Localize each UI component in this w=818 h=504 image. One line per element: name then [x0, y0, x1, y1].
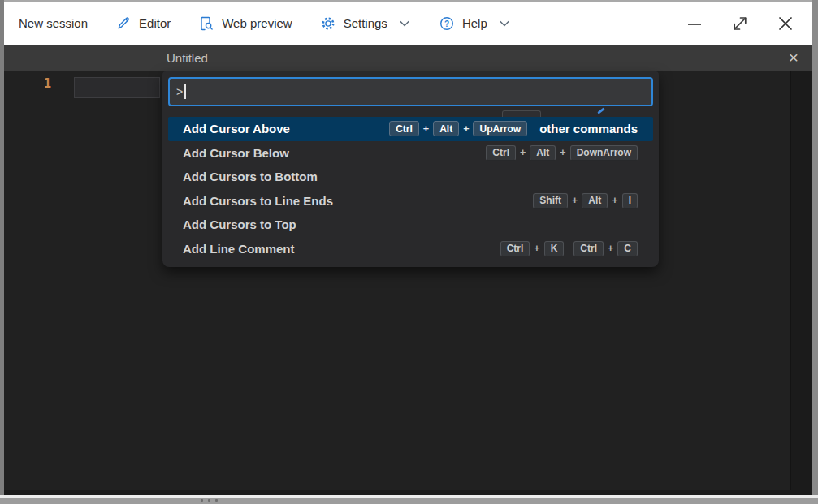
keybinding-group: Ctrl+KCtrl+C [500, 241, 638, 256]
window-resize-bar[interactable] [0, 498, 818, 504]
command-palette: > Add Cursor AboveCtrl+Alt+UpArrowother … [162, 71, 659, 267]
svg-text:?: ? [444, 19, 449, 28]
command-label: Add Cursors to Bottom [183, 170, 318, 183]
command-label: Add Cursors to Top [183, 218, 296, 231]
command-label: Add Line Comment [183, 242, 295, 256]
clipped-blue-glyph [597, 107, 605, 114]
keybinding-separator: + [463, 123, 469, 135]
keybinding-chip: Ctrl [573, 241, 604, 256]
command-row[interactable]: Add Cursor AboveCtrl+Alt+UpArrowother co… [168, 117, 653, 141]
editor-button[interactable]: Editor [107, 11, 179, 37]
text-caret [184, 84, 186, 99]
keybinding-chip: Shift [533, 193, 568, 209]
tab-bar: Untitled × [4, 45, 812, 71]
keybinding-chip: Alt [433, 121, 459, 136]
command-row[interactable]: Add Cursors to Line EndsShift+Alt+I [168, 189, 653, 213]
keybinding-chip: K [544, 241, 565, 256]
settings-button[interactable]: Settings [312, 11, 419, 37]
chevron-down-icon [498, 17, 511, 30]
current-line-highlight [74, 77, 160, 98]
help-label: Help [462, 16, 487, 30]
overlay-artifact-text: other commands [539, 122, 638, 136]
tab-close-icon[interactable]: × [783, 47, 804, 68]
keybinding-separator: + [612, 195, 617, 206]
keybinding-chip: I [622, 193, 638, 209]
keybinding-separator: + [572, 195, 578, 206]
command-row[interactable]: Add Line CommentCtrl+KCtrl+C [168, 237, 653, 261]
line-number: 1 [32, 76, 51, 91]
pencil-icon [115, 15, 132, 32]
command-input[interactable]: > [168, 77, 653, 106]
keybinding-chip: C [617, 241, 638, 256]
help-circle-icon: ? [439, 15, 455, 32]
web-preview-label: Web preview [222, 16, 292, 30]
editor-scrollbar[interactable] [790, 71, 812, 490]
clipped-keybinding-chip [502, 110, 541, 117]
keybinding-group: Ctrl+Alt+DownArrow [486, 145, 638, 161]
keybinding-separator: + [423, 123, 429, 135]
web-preview-button[interactable]: Web preview [190, 11, 300, 37]
command-input-value: > [176, 85, 183, 98]
grip-dot [215, 499, 218, 502]
keybinding-chip: Alt [582, 193, 608, 209]
keybinding-chip: Ctrl [500, 241, 530, 256]
command-row[interactable]: Add Cursors to Top [168, 213, 653, 237]
window-controls [684, 13, 812, 34]
help-button[interactable]: ? Help [431, 11, 519, 37]
window-border-right [812, 0, 818, 504]
minimize-icon [685, 14, 704, 33]
title-bar: New session Editor Web previ [4, 2, 812, 45]
keybinding-group: Ctrl+Alt+UpArrowother commands [389, 121, 638, 136]
keybinding-separator: + [520, 147, 526, 158]
grip-dot [208, 499, 210, 502]
close-window-button[interactable] [775, 13, 796, 34]
command-label: Add Cursors to Line Ends [183, 194, 333, 208]
new-session-button[interactable]: New session [11, 11, 96, 35]
command-label: Add Cursor Above [183, 122, 290, 136]
tab-untitled[interactable]: Untitled [167, 51, 208, 65]
keybinding-separator: + [534, 243, 539, 254]
command-label: Add Cursor Below [183, 146, 289, 160]
resize-button[interactable] [729, 13, 751, 34]
command-row[interactable]: Add Cursors to Bottom [168, 165, 653, 189]
grip-dot [201, 499, 203, 502]
gear-icon [320, 15, 336, 32]
command-row[interactable]: Add Cursor BelowCtrl+Alt+DownArrow [168, 141, 653, 166]
settings-label: Settings [344, 16, 387, 30]
keybinding-separator: + [608, 243, 613, 254]
editor-label: Editor [139, 16, 171, 30]
window-border-top [0, 0, 818, 2]
keybinding-chip: Ctrl [486, 145, 516, 161]
close-icon [776, 14, 795, 33]
app-window: New session Editor Web previ [0, 0, 818, 504]
document-search-icon [198, 15, 214, 32]
keybinding-group: Shift+Alt+I [533, 193, 638, 209]
minimize-button[interactable] [684, 13, 705, 34]
keybinding-chip: Ctrl [389, 121, 419, 136]
window-border-left [0, 0, 4, 504]
new-session-label: New session [19, 16, 88, 30]
keybinding-chip: Alt [530, 145, 556, 161]
command-list: Add Cursor AboveCtrl+Alt+UpArrowother co… [168, 117, 653, 261]
chevron-down-icon [398, 17, 411, 30]
keybinding-chip: DownArrow [570, 145, 638, 161]
keybinding-separator: + [560, 147, 565, 158]
palette-gap [168, 106, 653, 117]
keybinding-chip: UpArrow [473, 121, 527, 136]
resize-diagonal-icon [730, 14, 750, 33]
